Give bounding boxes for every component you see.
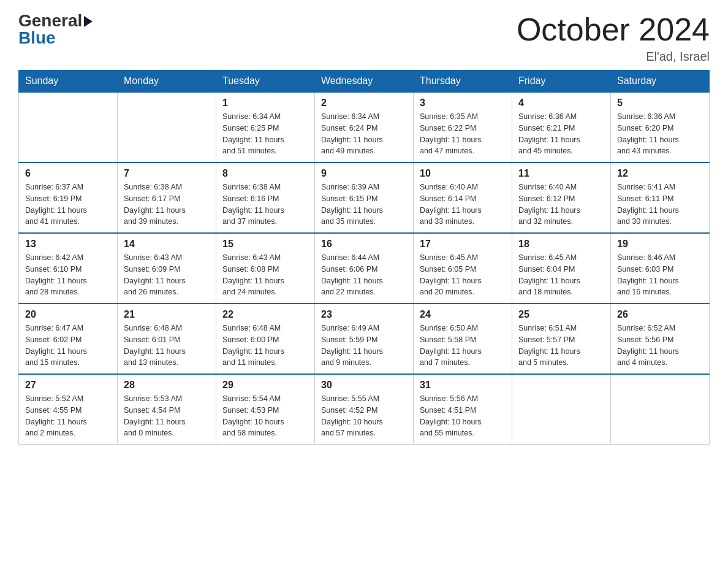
day-of-week-header: Sunday bbox=[19, 71, 118, 93]
day-number: 16 bbox=[321, 239, 407, 250]
day-info: Sunrise: 5:52 AMSunset: 4:55 PMDaylight:… bbox=[25, 393, 111, 439]
day-number: 28 bbox=[124, 380, 210, 391]
calendar-day-cell: 27Sunrise: 5:52 AMSunset: 4:55 PMDayligh… bbox=[19, 374, 118, 445]
day-info: Sunrise: 6:45 AMSunset: 6:04 PMDaylight:… bbox=[518, 252, 604, 298]
day-number: 6 bbox=[25, 168, 111, 179]
calendar-day-cell: 1Sunrise: 6:34 AMSunset: 6:25 PMDaylight… bbox=[216, 92, 315, 163]
day-info: Sunrise: 6:52 AMSunset: 5:56 PMDaylight:… bbox=[617, 323, 703, 369]
day-info: Sunrise: 6:38 AMSunset: 6:17 PMDaylight:… bbox=[124, 182, 210, 228]
day-info: Sunrise: 6:35 AMSunset: 6:22 PMDaylight:… bbox=[420, 111, 506, 157]
day-info: Sunrise: 5:53 AMSunset: 4:54 PMDaylight:… bbox=[124, 393, 210, 439]
calendar-day-cell: 7Sunrise: 6:38 AMSunset: 6:17 PMDaylight… bbox=[118, 163, 216, 233]
calendar-day-cell: 16Sunrise: 6:44 AMSunset: 6:06 PMDayligh… bbox=[315, 233, 414, 304]
calendar-day-cell: 12Sunrise: 6:41 AMSunset: 6:11 PMDayligh… bbox=[611, 163, 710, 233]
page-header: General Blue October 2024 El'ad, Israel bbox=[18, 12, 710, 64]
day-number: 20 bbox=[25, 309, 111, 320]
day-of-week-header: Friday bbox=[512, 71, 611, 93]
day-number: 2 bbox=[321, 98, 407, 109]
calendar-week-row: 27Sunrise: 5:52 AMSunset: 4:55 PMDayligh… bbox=[19, 374, 710, 445]
day-info: Sunrise: 6:40 AMSunset: 6:14 PMDaylight:… bbox=[420, 182, 506, 228]
calendar-day-cell: 29Sunrise: 5:54 AMSunset: 4:53 PMDayligh… bbox=[216, 374, 315, 445]
calendar-day-cell: 15Sunrise: 6:43 AMSunset: 6:08 PMDayligh… bbox=[216, 233, 315, 304]
calendar-day-cell: 21Sunrise: 6:48 AMSunset: 6:01 PMDayligh… bbox=[118, 304, 216, 374]
day-number: 25 bbox=[518, 309, 604, 320]
day-of-week-header: Saturday bbox=[611, 71, 710, 93]
calendar-day-cell bbox=[512, 374, 611, 445]
calendar-day-cell: 10Sunrise: 6:40 AMSunset: 6:14 PMDayligh… bbox=[414, 163, 512, 233]
calendar-week-row: 6Sunrise: 6:37 AMSunset: 6:19 PMDaylight… bbox=[19, 163, 710, 233]
day-info: Sunrise: 6:44 AMSunset: 6:06 PMDaylight:… bbox=[321, 252, 407, 298]
day-info: Sunrise: 5:54 AMSunset: 4:53 PMDaylight:… bbox=[222, 393, 308, 439]
calendar-day-cell: 24Sunrise: 6:50 AMSunset: 5:58 PMDayligh… bbox=[414, 304, 512, 374]
day-number: 9 bbox=[321, 168, 407, 179]
day-of-week-header: Wednesday bbox=[315, 71, 414, 93]
day-info: Sunrise: 6:36 AMSunset: 6:21 PMDaylight:… bbox=[518, 111, 604, 157]
calendar-day-cell: 26Sunrise: 6:52 AMSunset: 5:56 PMDayligh… bbox=[611, 304, 710, 374]
day-number: 4 bbox=[518, 98, 604, 109]
calendar-day-cell: 31Sunrise: 5:56 AMSunset: 4:51 PMDayligh… bbox=[414, 374, 512, 445]
calendar-day-cell: 5Sunrise: 6:36 AMSunset: 6:20 PMDaylight… bbox=[611, 92, 710, 163]
calendar-day-cell bbox=[19, 92, 118, 163]
calendar-day-cell: 23Sunrise: 6:49 AMSunset: 5:59 PMDayligh… bbox=[315, 304, 414, 374]
calendar-day-cell: 25Sunrise: 6:51 AMSunset: 5:57 PMDayligh… bbox=[512, 304, 611, 374]
calendar-day-cell: 20Sunrise: 6:47 AMSunset: 6:02 PMDayligh… bbox=[19, 304, 118, 374]
day-number: 24 bbox=[420, 309, 506, 320]
day-info: Sunrise: 6:43 AMSunset: 6:09 PMDaylight:… bbox=[124, 252, 210, 298]
day-number: 18 bbox=[518, 239, 604, 250]
day-number: 10 bbox=[420, 168, 506, 179]
calendar-week-row: 13Sunrise: 6:42 AMSunset: 6:10 PMDayligh… bbox=[19, 233, 710, 304]
day-info: Sunrise: 6:38 AMSunset: 6:16 PMDaylight:… bbox=[222, 182, 308, 228]
day-number: 8 bbox=[222, 168, 308, 179]
location-label: El'ad, Israel bbox=[517, 50, 710, 64]
calendar-day-cell: 18Sunrise: 6:45 AMSunset: 6:04 PMDayligh… bbox=[512, 233, 611, 304]
calendar-day-cell: 11Sunrise: 6:40 AMSunset: 6:12 PMDayligh… bbox=[512, 163, 611, 233]
calendar-day-cell: 8Sunrise: 6:38 AMSunset: 6:16 PMDaylight… bbox=[216, 163, 315, 233]
day-number: 13 bbox=[25, 239, 111, 250]
logo: General Blue bbox=[18, 12, 93, 47]
day-info: Sunrise: 6:43 AMSunset: 6:08 PMDaylight:… bbox=[222, 252, 308, 298]
calendar-day-cell: 17Sunrise: 6:45 AMSunset: 6:05 PMDayligh… bbox=[414, 233, 512, 304]
logo-general-text: General bbox=[18, 12, 82, 29]
day-info: Sunrise: 6:37 AMSunset: 6:19 PMDaylight:… bbox=[25, 182, 111, 228]
day-number: 31 bbox=[420, 380, 506, 391]
calendar-day-cell: 22Sunrise: 6:48 AMSunset: 6:00 PMDayligh… bbox=[216, 304, 315, 374]
day-number: 5 bbox=[617, 98, 703, 109]
day-number: 29 bbox=[222, 380, 308, 391]
calendar-day-cell: 3Sunrise: 6:35 AMSunset: 6:22 PMDaylight… bbox=[414, 92, 512, 163]
day-info: Sunrise: 6:41 AMSunset: 6:11 PMDaylight:… bbox=[617, 182, 703, 228]
day-info: Sunrise: 6:49 AMSunset: 5:59 PMDaylight:… bbox=[321, 323, 407, 369]
day-info: Sunrise: 6:48 AMSunset: 6:01 PMDaylight:… bbox=[124, 323, 210, 369]
calendar-week-row: 20Sunrise: 6:47 AMSunset: 6:02 PMDayligh… bbox=[19, 304, 710, 374]
calendar-day-cell bbox=[118, 92, 216, 163]
calendar-day-cell bbox=[611, 374, 710, 445]
day-of-week-header: Thursday bbox=[414, 71, 512, 93]
calendar-day-cell: 9Sunrise: 6:39 AMSunset: 6:15 PMDaylight… bbox=[315, 163, 414, 233]
calendar-day-cell: 30Sunrise: 5:55 AMSunset: 4:52 PMDayligh… bbox=[315, 374, 414, 445]
title-block: October 2024 El'ad, Israel bbox=[517, 12, 710, 64]
calendar-week-row: 1Sunrise: 6:34 AMSunset: 6:25 PMDaylight… bbox=[19, 92, 710, 163]
day-info: Sunrise: 6:36 AMSunset: 6:20 PMDaylight:… bbox=[617, 111, 703, 157]
day-info: Sunrise: 6:34 AMSunset: 6:24 PMDaylight:… bbox=[321, 111, 407, 157]
month-title: October 2024 bbox=[517, 12, 710, 47]
day-info: Sunrise: 5:56 AMSunset: 4:51 PMDaylight:… bbox=[420, 393, 506, 439]
calendar-day-cell: 4Sunrise: 6:36 AMSunset: 6:21 PMDaylight… bbox=[512, 92, 611, 163]
day-number: 7 bbox=[124, 168, 210, 179]
calendar-day-cell: 28Sunrise: 5:53 AMSunset: 4:54 PMDayligh… bbox=[118, 374, 216, 445]
day-of-week-header: Monday bbox=[118, 71, 216, 93]
day-info: Sunrise: 6:46 AMSunset: 6:03 PMDaylight:… bbox=[617, 252, 703, 298]
day-number: 22 bbox=[222, 309, 308, 320]
day-of-week-header: Tuesday bbox=[216, 71, 315, 93]
day-number: 11 bbox=[518, 168, 604, 179]
day-info: Sunrise: 6:47 AMSunset: 6:02 PMDaylight:… bbox=[25, 323, 111, 369]
day-number: 12 bbox=[617, 168, 703, 179]
day-info: Sunrise: 6:50 AMSunset: 5:58 PMDaylight:… bbox=[420, 323, 506, 369]
day-number: 23 bbox=[321, 309, 407, 320]
day-info: Sunrise: 6:45 AMSunset: 6:05 PMDaylight:… bbox=[420, 252, 506, 298]
day-info: Sunrise: 6:48 AMSunset: 6:00 PMDaylight:… bbox=[222, 323, 308, 369]
logo-blue-text: Blue bbox=[18, 29, 56, 47]
calendar-day-cell: 2Sunrise: 6:34 AMSunset: 6:24 PMDaylight… bbox=[315, 92, 414, 163]
day-info: Sunrise: 6:40 AMSunset: 6:12 PMDaylight:… bbox=[518, 182, 604, 228]
day-number: 19 bbox=[617, 239, 703, 250]
day-info: Sunrise: 6:34 AMSunset: 6:25 PMDaylight:… bbox=[222, 111, 308, 157]
day-info: Sunrise: 6:42 AMSunset: 6:10 PMDaylight:… bbox=[25, 252, 111, 298]
